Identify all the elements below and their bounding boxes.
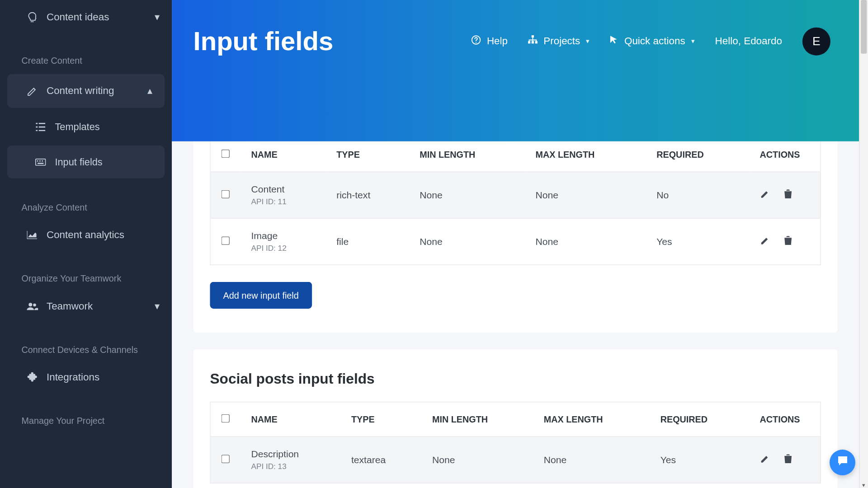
sidebar-item-templates[interactable]: Templates [0, 110, 172, 143]
scrollbar-thumb[interactable] [861, 0, 867, 54]
quick-actions-dropdown[interactable]: Quick actions ▾ [610, 35, 694, 47]
select-all-checkbox[interactable] [222, 150, 230, 158]
sidebar-item-label: Content analytics [47, 229, 124, 241]
chevron-down-icon: ▾ [155, 11, 160, 23]
svg-point-14 [476, 42, 476, 42]
row-checkbox[interactable] [222, 190, 230, 198]
cell-min: None [409, 219, 525, 265]
svg-rect-4 [39, 126, 46, 127]
sidebar-item-integrations[interactable]: Integrations [0, 361, 172, 394]
lightbulb-icon [26, 12, 38, 23]
chat-fab[interactable] [830, 450, 855, 475]
svg-rect-5 [39, 130, 46, 131]
sidebar-item-content-writing[interactable]: Content writing ▴ [7, 74, 165, 108]
field-name: Description [251, 449, 299, 459]
edit-icon[interactable] [760, 454, 769, 466]
sidebar-item-label: Teamwork [47, 300, 93, 312]
sidebar-item-label: Content ideas [47, 11, 109, 23]
fields-table: NAMETYPEMIN LENGTHMAX LENGTHREQUIREDACTI… [210, 137, 821, 266]
svg-rect-17 [532, 41, 534, 43]
svg-rect-3 [39, 122, 46, 124]
col-minlen: MIN LENGTH [409, 137, 525, 172]
svg-rect-2 [36, 130, 38, 131]
sidebar-section-manage: Manage Your Project [0, 394, 172, 432]
projects-dropdown[interactable]: Projects ▾ [528, 35, 590, 47]
table-row: DescriptionAPI ID: 13textareaNoneNoneYes [210, 437, 821, 483]
sidebar-section-connect: Connect Devices & Channels [0, 323, 172, 361]
col-name: NAME [241, 137, 326, 172]
col-maxlen: MAX LENGTH [525, 137, 646, 172]
cell-min: None [409, 172, 525, 219]
svg-rect-16 [528, 41, 530, 43]
cell-type: textarea [340, 437, 421, 483]
row-checkbox[interactable] [222, 455, 230, 463]
sidebar-item-label: Input fields [55, 156, 102, 168]
cell-name: ContentAPI ID: 11 [241, 172, 326, 219]
cell-required: No [646, 172, 749, 219]
list-icon [35, 122, 47, 131]
cell-name: DescriptionAPI ID: 13 [241, 437, 340, 483]
chevron-down-icon[interactable]: ▾ [860, 482, 868, 488]
sidebar-item-content-analytics[interactable]: Content analytics [0, 218, 172, 252]
col-type: TYPE [326, 137, 409, 172]
sidebar-item-label: Templates [55, 121, 99, 132]
select-all-checkbox[interactable] [222, 414, 230, 422]
svg-point-11 [28, 303, 32, 306]
svg-rect-18 [535, 41, 538, 43]
sidebar-section-analyze: Analyze Content [0, 181, 172, 218]
chevron-down-icon: ▾ [586, 37, 590, 45]
help-link[interactable]: Help [472, 35, 508, 47]
cell-max: None [525, 172, 646, 219]
help-icon [472, 35, 481, 47]
chart-area-icon [26, 231, 38, 239]
add-input-field-button[interactable]: Add new input field [210, 282, 311, 309]
cell-type: file [326, 219, 409, 265]
cell-actions [749, 219, 821, 265]
chat-icon [836, 455, 849, 470]
col-name: NAME [241, 402, 340, 437]
sidebar: Content ideas ▾ Create Content Content w… [0, 0, 172, 488]
trash-icon[interactable] [783, 189, 792, 201]
sidebar-item-label: Integrations [47, 371, 99, 383]
sidebar-item-content-ideas[interactable]: Content ideas ▾ [0, 0, 172, 34]
sidebar-item-teamwork[interactable]: Teamwork ▾ [0, 289, 172, 323]
header-action-label: Projects [543, 35, 580, 47]
avatar[interactable]: E [802, 27, 830, 55]
svg-rect-9 [42, 160, 43, 161]
content-scroll[interactable]: Blog posts input fieldsNAMETYPEMIN LENGT… [172, 84, 859, 488]
cell-required: Yes [650, 437, 749, 483]
chevron-down-icon: ▾ [155, 300, 160, 313]
trash-icon[interactable] [783, 236, 792, 248]
field-api-id: API ID: 11 [251, 197, 315, 206]
sidebar-item-input-fields[interactable]: Input fields [7, 145, 165, 178]
page-title: Input fields [193, 26, 472, 56]
svg-point-12 [33, 303, 36, 306]
header-action-label: Quick actions [624, 35, 685, 47]
chevron-up-icon: ▴ [147, 84, 153, 97]
svg-rect-1 [36, 126, 38, 127]
select-all-header [210, 402, 241, 437]
cell-type: rich-text [326, 172, 409, 219]
svg-rect-6 [36, 159, 46, 165]
sitemap-icon [528, 35, 538, 47]
row-checkbox[interactable] [222, 236, 230, 244]
edit-icon[interactable] [760, 236, 769, 248]
sidebar-item-label: Content writing [47, 85, 114, 97]
window-scrollbar[interactable]: ▾ [859, 0, 868, 488]
cell-max: None [533, 437, 650, 483]
select-all-header [210, 137, 241, 172]
main-area: Input fields Help Projects ▾ [172, 0, 859, 488]
cell-name: ImageAPI ID: 12 [241, 219, 326, 265]
cursor-icon [610, 35, 618, 47]
field-api-id: API ID: 13 [251, 462, 330, 471]
cell-min: None [421, 437, 533, 483]
fields-table: NAMETYPEMIN LENGTHMAX LENGTHREQUIREDACTI… [210, 402, 821, 483]
trash-icon[interactable] [783, 454, 792, 466]
chevron-down-icon: ▾ [691, 37, 695, 45]
col-actions: ACTIONS [749, 137, 821, 172]
col-required: REQUIRED [650, 402, 749, 437]
sidebar-section-organize: Organize Your Teamwork [0, 252, 172, 289]
edit-icon[interactable] [760, 189, 769, 201]
field-name: Content [251, 184, 285, 194]
table-row: ContentAPI ID: 11rich-textNoneNoneNo [210, 172, 821, 219]
